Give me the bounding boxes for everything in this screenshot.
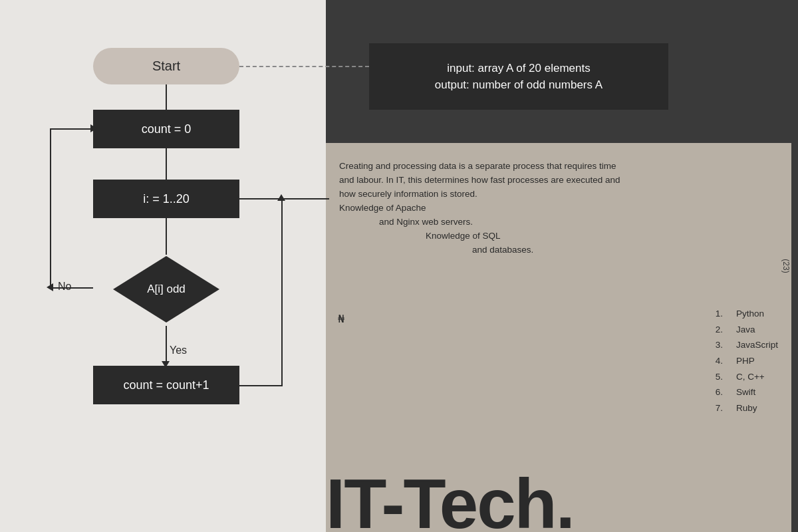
irange-label: i: = 1..20 (143, 192, 190, 206)
desc-line-7: and databases. (339, 245, 533, 255)
big-title: IT-Tech. (326, 469, 574, 532)
top-card-line2: output: number of odd numbers A (435, 76, 602, 94)
connector-irange-diamond (166, 218, 167, 255)
list-num: 7. (706, 400, 723, 416)
description-block: Creating and processing data is a separa… (326, 150, 672, 267)
list-num: 5. (706, 369, 723, 385)
list-item: 6.Swift (706, 384, 778, 400)
top-card: input: array A of 20 elements output: nu… (369, 43, 668, 110)
desc-line-1: Creating and processing data is a separa… (339, 161, 616, 171)
loop-left-line (50, 129, 51, 289)
desc-line-2: and labour. In IT, this determines how f… (339, 175, 620, 185)
list-label: Swift (736, 384, 755, 400)
count0-label: count = 0 (142, 122, 192, 136)
start-oval: Start (93, 48, 239, 84)
loop-right-bottom (239, 385, 283, 386)
list-num: 3. (706, 337, 723, 353)
yes-label: Yes (170, 344, 187, 356)
list-item: 2.Java (706, 322, 778, 338)
list-num: 4. (706, 353, 723, 369)
connector-start-count (166, 84, 167, 110)
hash-symbol: ₦ (338, 313, 344, 325)
list-item: 5.C, C++ (706, 369, 778, 385)
top-card-text: input: array A of 20 elements output: nu… (435, 60, 602, 94)
loop-right-vert (281, 199, 283, 386)
list-item: 1.Python (706, 306, 778, 322)
list-label: Java (736, 322, 755, 338)
countinc-label: count = count+1 (123, 378, 209, 392)
list-item: 3.JavaScript (706, 337, 778, 353)
list-num: 6. (706, 384, 723, 400)
diamond-label: A[i] odd (147, 283, 186, 296)
connector-diamond-countinc (166, 326, 167, 366)
list-label: C, C++ (736, 369, 765, 385)
top-card-line1: input: array A of 20 elements (435, 60, 602, 77)
list-label: Python (736, 306, 764, 322)
list-num: 1. (706, 306, 723, 322)
box-irange: i: = 1..20 (93, 180, 239, 218)
diamond-container: A[i] odd (93, 253, 239, 326)
list-item: 7.Ruby (706, 400, 778, 416)
loop-arrowhead (90, 124, 97, 132)
rotated-label: (23) (781, 259, 790, 273)
up-arrowhead (277, 194, 285, 201)
box-countinc: count = count+1 (93, 366, 239, 404)
list-label: JavaScript (736, 337, 778, 353)
desc-line-6: Knowledge of SQL (339, 231, 501, 241)
list-item: 4.PHP (706, 353, 778, 369)
desc-line-5: and Nginx web servers. (339, 217, 473, 227)
connector-count-irange (166, 148, 167, 180)
desc-line-4: Knowledge of Apache (339, 203, 426, 213)
loop-arrow (50, 128, 93, 130)
language-list: 1.Python 2.Java 3.JavaScript 4.PHP 5.C, … (706, 306, 778, 416)
start-label: Start (152, 59, 180, 74)
diamond-shape: A[i] odd (113, 256, 219, 323)
list-label: PHP (736, 353, 755, 369)
dashed-connector (239, 66, 369, 67)
list-num: 2. (706, 322, 723, 338)
no-label: No (58, 281, 71, 293)
no-arrow-left (50, 287, 93, 289)
list-label: Ruby (736, 400, 757, 416)
box-count0: count = 0 (93, 110, 239, 148)
desc-line-3: how securely information is stored. (339, 189, 477, 199)
